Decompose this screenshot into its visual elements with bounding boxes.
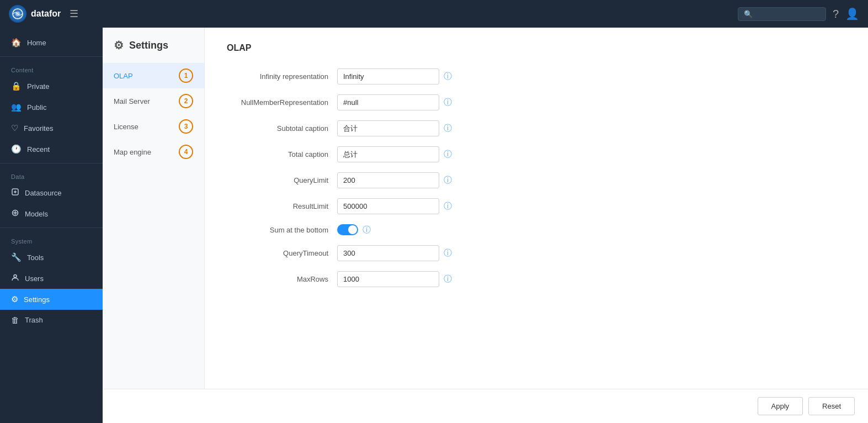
input-query-timeout[interactable] bbox=[337, 245, 439, 261]
header: datafor ☰ 🔍 ? 👤 bbox=[0, 0, 868, 28]
tools-icon: 🔧 bbox=[11, 252, 22, 262]
field-subtotal-caption: Subtotal caption ⓘ bbox=[227, 120, 846, 136]
sidebar-label-tools: Tools bbox=[27, 253, 44, 262]
logo: datafor bbox=[9, 5, 61, 23]
section-content: Content bbox=[0, 60, 103, 76]
input-result-limit[interactable] bbox=[337, 198, 439, 214]
label-infinity-representation: Infinity representation bbox=[227, 72, 337, 81]
sidebar-label-users: Users bbox=[25, 274, 44, 283]
users-icon bbox=[11, 273, 19, 283]
content-area: ⚙ Settings OLAP 1 Mail Server 2 License … bbox=[103, 28, 868, 423]
sidebar-label-private: Private bbox=[27, 82, 49, 91]
label-query-timeout: QueryTimeout bbox=[227, 249, 337, 257]
label-result-limit: ResultLimit bbox=[227, 202, 337, 210]
help-icon-sum-at-bottom[interactable]: ⓘ bbox=[363, 225, 371, 235]
field-query-limit: QueryLimit ⓘ bbox=[227, 172, 846, 188]
settings-nav-mail-server[interactable]: Mail Server 2 bbox=[103, 88, 204, 114]
toggle-slider bbox=[337, 224, 358, 235]
home-icon: 🏠 bbox=[11, 38, 22, 47]
help-icon-total[interactable]: ⓘ bbox=[444, 149, 452, 160]
help-icon-max-rows[interactable]: ⓘ bbox=[444, 274, 452, 284]
toggle-sum-at-bottom[interactable] bbox=[337, 224, 358, 235]
input-max-rows[interactable] bbox=[337, 271, 439, 287]
help-icon-query-timeout[interactable]: ⓘ bbox=[444, 248, 452, 258]
private-icon: 🔒 bbox=[11, 81, 22, 91]
settings-main: OLAP Infinity representation ⓘ NullMembe… bbox=[205, 28, 868, 389]
sidebar-item-home[interactable]: 🏠 Home bbox=[0, 32, 103, 53]
field-query-timeout: QueryTimeout ⓘ bbox=[227, 245, 846, 261]
datasource-icon bbox=[11, 188, 19, 198]
input-subtotal-caption[interactable] bbox=[337, 120, 439, 136]
settings-footer: Apply Reset bbox=[103, 389, 868, 423]
label-null-member: NullMemberRepresentation bbox=[227, 98, 337, 107]
models-icon bbox=[11, 209, 19, 219]
label-max-rows: MaxRows bbox=[227, 275, 337, 283]
sidebar-label-home: Home bbox=[27, 39, 46, 47]
settings-nav-license-badge: 3 bbox=[179, 119, 193, 134]
field-total-caption: Total caption ⓘ bbox=[227, 146, 846, 162]
settings-nav-license[interactable]: License 3 bbox=[103, 114, 204, 139]
settings-nav-mail-badge: 2 bbox=[179, 94, 193, 108]
svg-point-4 bbox=[14, 275, 17, 278]
help-icon-infinity[interactable]: ⓘ bbox=[444, 71, 452, 82]
input-query-limit[interactable] bbox=[337, 172, 439, 188]
field-null-member: NullMemberRepresentation ⓘ bbox=[227, 94, 846, 110]
sidebar-item-models[interactable]: Models bbox=[0, 203, 103, 224]
help-icon[interactable]: ? bbox=[833, 8, 839, 20]
section-system: System bbox=[0, 231, 103, 247]
sidebar-label-recent: Recent bbox=[27, 145, 50, 154]
sidebar-label-favorites: Favorites bbox=[24, 124, 53, 133]
label-subtotal-caption: Subtotal caption bbox=[227, 124, 337, 133]
settings-nav-license-label: License bbox=[114, 123, 139, 131]
field-result-limit: ResultLimit ⓘ bbox=[227, 198, 846, 214]
settings-nav-map-engine[interactable]: Map engine 4 bbox=[103, 139, 204, 165]
help-icon-subtotal[interactable]: ⓘ bbox=[444, 123, 452, 134]
divider-data bbox=[0, 163, 103, 163]
settings-gear-icon: ⚙ bbox=[114, 39, 124, 52]
help-icon-result-limit[interactable]: ⓘ bbox=[444, 201, 452, 212]
settings-nav-map-badge: 4 bbox=[179, 145, 193, 159]
settings-sidebar: ⚙ Settings OLAP 1 Mail Server 2 License … bbox=[103, 28, 205, 389]
input-null-member[interactable] bbox=[337, 94, 439, 110]
help-icon-null-member[interactable]: ⓘ bbox=[444, 97, 452, 108]
reset-button[interactable]: Reset bbox=[808, 397, 855, 415]
divider-content bbox=[0, 56, 103, 57]
sidebar-item-trash[interactable]: 🗑 Trash bbox=[0, 310, 103, 330]
favorites-icon: ♡ bbox=[11, 123, 18, 133]
settings-container: ⚙ Settings OLAP 1 Mail Server 2 License … bbox=[103, 28, 868, 389]
settings-nav-map-engine-label: Map engine bbox=[114, 148, 151, 156]
sidebar: 🏠 Home Content 🔒 Private 👥 Public ♡ Favo… bbox=[0, 28, 103, 423]
label-sum-at-bottom: Sum at the bottom bbox=[227, 226, 337, 234]
sidebar-item-favorites[interactable]: ♡ Favorites bbox=[0, 118, 103, 139]
header-left: datafor ☰ bbox=[9, 5, 78, 23]
sidebar-item-public[interactable]: 👥 Public bbox=[0, 97, 103, 118]
input-total-caption[interactable] bbox=[337, 146, 439, 162]
section-data: Data bbox=[0, 167, 103, 182]
sidebar-item-tools[interactable]: 🔧 Tools bbox=[0, 247, 103, 268]
search-icon: 🔍 bbox=[744, 10, 753, 18]
user-icon[interactable]: 👤 bbox=[845, 7, 859, 20]
apply-button[interactable]: Apply bbox=[758, 397, 803, 415]
help-icon-query-limit[interactable]: ⓘ bbox=[444, 175, 452, 186]
field-max-rows: MaxRows ⓘ bbox=[227, 271, 846, 287]
search-box[interactable]: 🔍 bbox=[738, 7, 826, 21]
public-icon: 👥 bbox=[11, 102, 22, 112]
hamburger-button[interactable]: ☰ bbox=[70, 8, 78, 20]
logo-text: datafor bbox=[31, 9, 61, 19]
settings-nav-olap[interactable]: OLAP 1 bbox=[103, 63, 204, 88]
sidebar-item-private[interactable]: 🔒 Private bbox=[0, 76, 103, 97]
sidebar-item-recent[interactable]: 🕐 Recent bbox=[0, 139, 103, 160]
header-right: 🔍 ? 👤 bbox=[738, 7, 859, 21]
trash-icon: 🗑 bbox=[11, 315, 19, 325]
main-layout: 🏠 Home Content 🔒 Private 👥 Public ♡ Favo… bbox=[0, 28, 868, 423]
input-infinity-representation[interactable] bbox=[337, 68, 439, 84]
sidebar-item-settings[interactable]: ⚙ Settings bbox=[0, 289, 103, 310]
divider-system bbox=[0, 228, 103, 228]
field-sum-at-bottom: Sum at the bottom ⓘ bbox=[227, 224, 846, 235]
settings-nav-mail-server-label: Mail Server bbox=[114, 97, 150, 105]
sidebar-item-users[interactable]: Users bbox=[0, 268, 103, 289]
sidebar-item-datasource[interactable]: Datasource bbox=[0, 182, 103, 203]
sidebar-label-models: Models bbox=[25, 210, 48, 218]
recent-icon: 🕐 bbox=[11, 144, 22, 154]
sidebar-label-datasource: Datasource bbox=[25, 189, 61, 197]
